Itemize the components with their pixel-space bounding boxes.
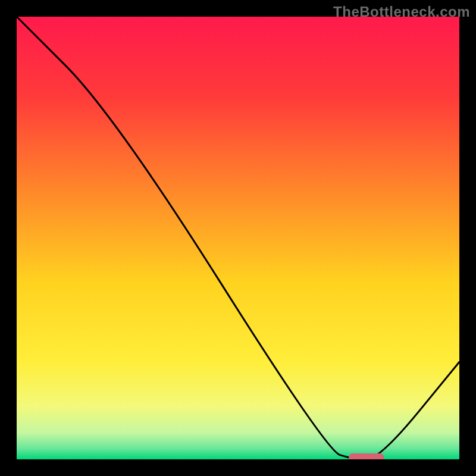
optimal-range-marker xyxy=(349,453,384,459)
chart-container: TheBottleneck.com xyxy=(0,0,476,476)
chart-svg xyxy=(17,17,459,459)
plot-area xyxy=(17,17,459,459)
gradient-background xyxy=(17,17,459,459)
